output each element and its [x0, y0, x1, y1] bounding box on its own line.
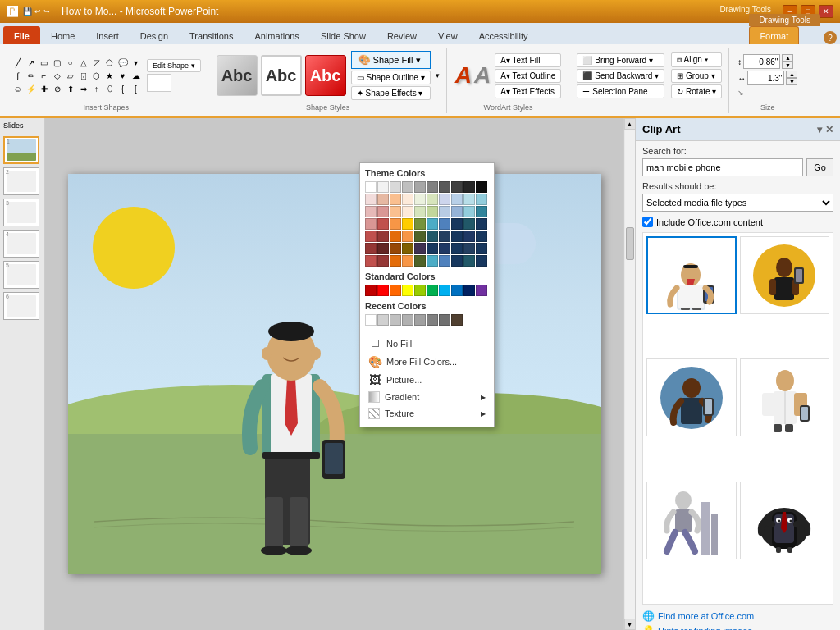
- slide-thumb-3[interactable]: 3: [3, 199, 39, 226]
- edit-shape-btn[interactable]: Edit Shape ▾: [147, 59, 201, 72]
- include-checkbox[interactable]: [642, 217, 653, 227]
- theme-color-swatch[interactable]: [365, 206, 377, 217]
- theme-color-swatch[interactable]: [439, 231, 450, 242]
- theme-color-swatch[interactable]: [439, 218, 450, 230]
- theme-color-swatch[interactable]: [377, 206, 389, 217]
- theme-color-swatch[interactable]: [414, 243, 426, 254]
- standard-color-swatch[interactable]: [451, 285, 463, 296]
- clip-art-item-4[interactable]: [740, 358, 830, 436]
- theme-color-swatch[interactable]: [377, 194, 389, 205]
- theme-color-swatch[interactable]: [463, 243, 475, 254]
- shape-cloud[interactable]: ☁: [130, 70, 142, 82]
- shape-no[interactable]: ⊘: [51, 83, 63, 95]
- theme-color-swatch[interactable]: [390, 243, 401, 254]
- theme-color-swatch[interactable]: [377, 218, 389, 230]
- theme-color-swatch[interactable]: [414, 181, 426, 193]
- theme-color-swatch[interactable]: [427, 206, 438, 217]
- theme-color-swatch[interactable]: [414, 194, 426, 205]
- theme-color-swatch[interactable]: [390, 206, 401, 217]
- shape-line[interactable]: ╱: [11, 57, 24, 69]
- vscroll-up[interactable]: ▲: [624, 118, 636, 130]
- theme-color-swatch[interactable]: [451, 181, 463, 193]
- text-fill-btn[interactable]: A▾ Text Fill: [495, 53, 561, 67]
- theme-color-swatch[interactable]: [402, 243, 413, 254]
- group-btn[interactable]: ⊞ Group ▾: [671, 69, 722, 83]
- theme-color-swatch[interactable]: [414, 206, 426, 217]
- standard-color-swatch[interactable]: [427, 285, 438, 296]
- slide-thumb-5[interactable]: 5: [3, 261, 39, 289]
- theme-color-swatch[interactable]: [377, 243, 389, 254]
- find-more-link[interactable]: 🌐 Find more at Office.com: [642, 609, 833, 623]
- standard-color-swatch[interactable]: [365, 285, 377, 296]
- shape-style-1[interactable]: Abc: [217, 55, 258, 96]
- shape-diamond[interactable]: ◇: [51, 70, 63, 82]
- width-spinner[interactable]: ▲ ▼: [786, 71, 797, 85]
- shape-connector[interactable]: ⌐: [38, 70, 50, 82]
- theme-color-swatch[interactable]: [476, 231, 487, 242]
- tab-review[interactable]: Review: [377, 26, 427, 44]
- shape-rect[interactable]: ▭: [38, 57, 50, 69]
- send-backward-btn[interactable]: ⬛ Send Backward ▾: [577, 69, 664, 83]
- standard-color-swatch[interactable]: [414, 285, 426, 296]
- theme-color-swatch[interactable]: [476, 243, 487, 254]
- hints-link[interactable]: 💡 Hints for finding images: [642, 623, 833, 630]
- theme-color-swatch[interactable]: [427, 218, 438, 230]
- theme-color-swatch[interactable]: [451, 218, 463, 230]
- theme-color-swatch[interactable]: [402, 231, 413, 242]
- save-icon[interactable]: 💾: [23, 7, 32, 16]
- theme-color-swatch[interactable]: [377, 255, 389, 267]
- theme-color-swatch[interactable]: [365, 255, 377, 267]
- rotate-btn[interactable]: ↻ Rotate ▾: [671, 84, 722, 98]
- recent-color-swatch[interactable]: [365, 314, 377, 326]
- no-fill-item[interactable]: ☐ No Fill: [365, 335, 489, 353]
- panel-close-btn[interactable]: ✕: [825, 124, 833, 135]
- theme-color-swatch[interactable]: [463, 206, 475, 217]
- shape-curved-up[interactable]: ↑: [90, 83, 103, 95]
- shape-right-angle[interactable]: ◸: [90, 57, 103, 69]
- clip-art-item-1[interactable]: [646, 236, 737, 314]
- theme-color-swatch[interactable]: [402, 255, 413, 267]
- theme-color-swatch[interactable]: [390, 231, 401, 242]
- shape-smiley[interactable]: ☺: [11, 83, 24, 95]
- shape-right-arrow[interactable]: ➡: [77, 83, 89, 95]
- recent-color-swatch[interactable]: [390, 314, 401, 326]
- shape-heart[interactable]: ♥: [116, 70, 129, 82]
- help-button[interactable]: ?: [824, 31, 840, 44]
- theme-color-swatch[interactable]: [390, 194, 401, 205]
- size-expand-btn[interactable]: ↘: [737, 89, 797, 97]
- tab-design[interactable]: Design: [130, 26, 179, 44]
- selection-pane-btn[interactable]: ☰ Selection Pane: [577, 84, 664, 98]
- theme-color-swatch[interactable]: [476, 194, 487, 205]
- standard-color-swatch[interactable]: [463, 285, 475, 296]
- shape-star[interactable]: ★: [103, 70, 116, 82]
- theme-color-swatch[interactable]: [451, 194, 463, 205]
- theme-color-swatch[interactable]: [427, 181, 438, 193]
- vscroll-down[interactable]: ▼: [624, 619, 636, 630]
- tab-transitions[interactable]: Transitions: [179, 26, 244, 44]
- undo-icon[interactable]: ↩: [34, 7, 41, 16]
- tab-view[interactable]: View: [427, 26, 468, 44]
- theme-color-swatch[interactable]: [439, 194, 450, 205]
- height-down[interactable]: ▼: [782, 62, 793, 69]
- shape-style-3[interactable]: Abc: [305, 55, 346, 96]
- clip-art-search-input[interactable]: [642, 158, 803, 176]
- align-btn[interactable]: ⧈ Align ▾: [671, 52, 722, 67]
- standard-color-swatch[interactable]: [377, 285, 389, 296]
- shape-freeform[interactable]: ✏: [25, 70, 37, 82]
- tab-insert[interactable]: Insert: [85, 26, 130, 44]
- theme-color-swatch[interactable]: [463, 181, 475, 193]
- theme-color-swatch[interactable]: [451, 231, 463, 242]
- shape-arrow[interactable]: ↗: [25, 57, 37, 69]
- slide-thumb-6[interactable]: 6: [3, 292, 39, 320]
- theme-color-swatch[interactable]: [439, 243, 450, 254]
- text-outline-btn[interactable]: A▾ Text Outline: [495, 69, 561, 83]
- shape-effects-btn[interactable]: ✦ Shape Effects ▾: [351, 86, 431, 100]
- tab-animations[interactable]: Animations: [244, 26, 309, 44]
- theme-color-swatch[interactable]: [439, 181, 450, 193]
- tab-file[interactable]: File: [3, 26, 40, 44]
- shape-bracket[interactable]: [: [130, 83, 142, 95]
- theme-color-swatch[interactable]: [451, 255, 463, 267]
- standard-color-swatch[interactable]: [476, 285, 487, 296]
- shape-trapezoid[interactable]: ⌺: [77, 70, 89, 82]
- styles-expand-btn[interactable]: ▾: [436, 71, 440, 80]
